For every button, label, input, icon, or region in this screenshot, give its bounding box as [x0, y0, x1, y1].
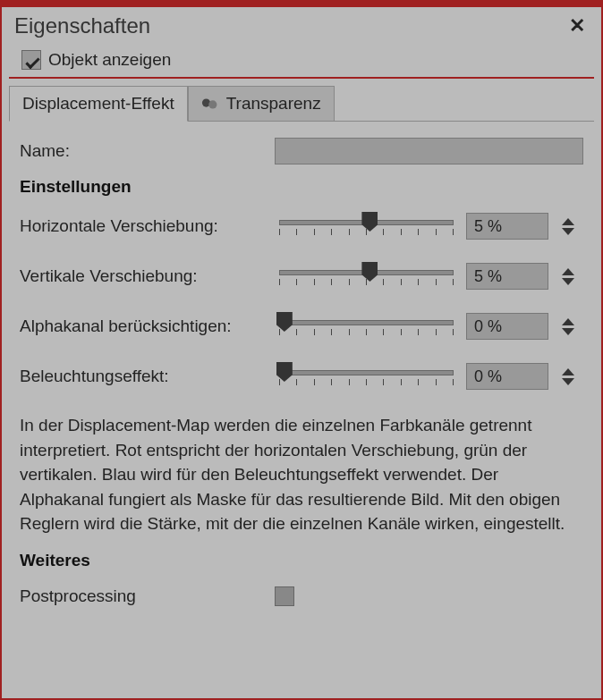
horizontal-shift-slider[interactable]: [279, 213, 454, 240]
slider-ticks: [279, 379, 454, 386]
description-text: In der Displacement-Map werden die einze…: [20, 413, 583, 536]
tab-bar: Displacement-Effekt Transparenz: [9, 86, 594, 122]
chevron-down-icon[interactable]: [562, 278, 574, 285]
slider-ticks: [279, 279, 454, 286]
horizontal-shift-value[interactable]: 5 %: [466, 213, 548, 240]
alpha-spinner[interactable]: [556, 313, 581, 340]
vertical-shift-spinner[interactable]: [556, 263, 581, 290]
vertical-shift-label: Vertikale Verschiebung:: [20, 266, 279, 286]
lighting-label: Beleuchtungseffekt:: [20, 367, 279, 386]
close-icon[interactable]: ✕: [565, 13, 589, 39]
alpha-row: Alphakanal berücksichtigen: 0 %: [20, 313, 583, 340]
slider-ticks: [279, 329, 454, 336]
chevron-down-icon[interactable]: [562, 328, 574, 335]
lighting-value[interactable]: 0 %: [466, 363, 548, 390]
chevron-up-icon[interactable]: [562, 318, 574, 325]
name-row: Name:: [20, 138, 583, 164]
section-settings-header: Einstellungen: [20, 177, 583, 197]
chevron-up-icon[interactable]: [562, 368, 574, 375]
lighting-row: Beleuchtungseffekt: 0 %: [20, 363, 583, 390]
postprocessing-checkbox[interactable]: [275, 586, 294, 606]
horizontal-shift-spinner[interactable]: [556, 213, 581, 240]
lighting-spinner[interactable]: [556, 363, 581, 390]
panel-title: Eigenschaften: [14, 13, 150, 38]
tab-transparency[interactable]: Transparenz: [188, 86, 335, 122]
vertical-shift-row: Vertikale Verschiebung: 5 %: [20, 263, 583, 290]
tab-content: Name: Einstellungen Horizontale Verschie…: [9, 121, 594, 698]
show-object-row: Objekt anzeigen: [9, 48, 594, 79]
titlebar: Eigenschaften ✕: [2, 7, 601, 48]
vertical-shift-slider[interactable]: [279, 263, 454, 290]
section-more-header: Weiteres: [20, 551, 583, 570]
postprocessing-label: Postprocessing: [20, 586, 275, 606]
alpha-slider[interactable]: [279, 313, 454, 340]
chevron-down-icon[interactable]: [562, 378, 574, 385]
transparency-icon: [201, 94, 221, 114]
tab-displacement-label: Displacement-Effekt: [22, 94, 174, 114]
vertical-shift-value[interactable]: 5 %: [466, 263, 548, 290]
tab-displacement[interactable]: Displacement-Effekt: [9, 86, 188, 122]
name-input[interactable]: [275, 138, 583, 164]
show-object-label: Objekt anzeigen: [48, 50, 171, 70]
slider-track: [279, 370, 454, 375]
tab-transparency-label: Transparenz: [226, 94, 321, 114]
chevron-up-icon[interactable]: [562, 268, 574, 275]
alpha-label: Alphakanal berücksichtigen:: [20, 316, 279, 336]
slider-ticks: [279, 229, 454, 236]
postprocessing-row: Postprocessing: [20, 586, 583, 606]
chevron-up-icon[interactable]: [562, 218, 574, 225]
properties-panel: Eigenschaften ✕ Objekt anzeigen Displace…: [0, 0, 603, 700]
slider-track: [279, 320, 454, 325]
alpha-value[interactable]: 0 %: [466, 313, 548, 340]
chevron-down-icon[interactable]: [562, 228, 574, 235]
horizontal-shift-row: Horizontale Verschiebung: 5 %: [20, 213, 583, 240]
horizontal-shift-label: Horizontale Verschiebung:: [20, 216, 279, 236]
show-object-checkbox[interactable]: [21, 50, 41, 70]
lighting-slider[interactable]: [279, 363, 454, 390]
name-label: Name:: [20, 141, 275, 161]
